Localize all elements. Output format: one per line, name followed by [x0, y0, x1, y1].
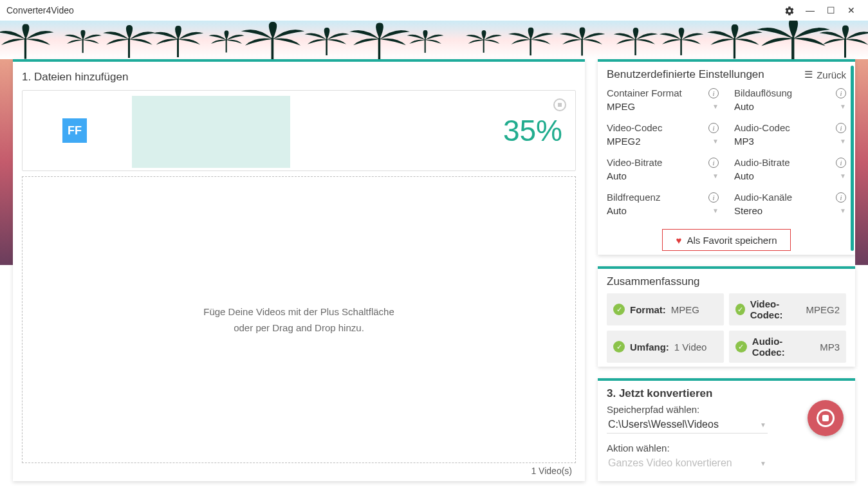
info-icon[interactable]: i	[708, 192, 719, 203]
summary-value: MP3	[820, 342, 840, 352]
setting-right-1: Audio-CodeciMP3▼	[734, 121, 846, 153]
summary-item-3: ✓Audio-Codec: MP3	[729, 331, 846, 363]
svg-rect-4	[226, 39, 227, 53]
video-count: 1 Video(s)	[22, 463, 576, 477]
svg-rect-6	[326, 39, 328, 55]
svg-rect-8	[425, 39, 426, 53]
summary-item-1: ✓Video-Codec: MPEG2	[729, 293, 846, 325]
settings-scrollbar[interactable]	[851, 66, 854, 251]
setting-left-3: BildfrequenziAuto▼	[607, 190, 719, 223]
check-icon: ✓	[735, 304, 745, 315]
gear-icon[interactable]	[779, 5, 800, 15]
content: 1. Dateien hinzufügen FF 35% Füge Deine …	[0, 59, 868, 494]
chevron-down-icon: ▼	[840, 207, 846, 214]
maximize-button[interactable]: ☐	[820, 5, 841, 15]
setting-dropdown[interactable]: MPEG2▼	[607, 134, 719, 153]
setting-label: Audio-Codeci	[734, 121, 846, 134]
setting-label: Audio-Kanälei	[734, 190, 846, 204]
setting-left-1: Video-CodeciMPEG2▼	[607, 121, 719, 153]
svg-rect-2	[128, 38, 130, 58]
setting-label: Bildauflösungi	[734, 86, 846, 100]
drop-zone[interactable]: Füge Deine Videos mit der Plus Schaltflä…	[22, 176, 576, 463]
svg-rect-15	[791, 37, 794, 59]
setting-left-0: Container FormatiMPEG▼	[607, 86, 719, 118]
setting-right-2: Audio-BitrateiAuto▼	[734, 156, 846, 188]
svg-rect-11	[581, 39, 583, 56]
chevron-down-icon: ▼	[712, 172, 719, 179]
close-button[interactable]: ✕	[841, 5, 862, 15]
svg-rect-7	[378, 38, 381, 59]
info-icon[interactable]: i	[836, 123, 846, 133]
setting-dropdown[interactable]: Auto▼	[607, 169, 719, 188]
svg-rect-16	[844, 38, 846, 57]
svg-rect-3	[177, 39, 179, 57]
info-icon[interactable]: i	[836, 192, 846, 203]
summary-label: Video-Codec:	[750, 298, 801, 320]
setting-dropdown[interactable]: Auto▼	[734, 169, 846, 188]
info-icon[interactable]: i	[708, 88, 719, 98]
svg-rect-5	[271, 37, 273, 59]
back-label: Zurück	[817, 69, 846, 80]
chevron-down-icon: ▼	[840, 138, 846, 145]
path-select[interactable]: C:\Users\Wessel\Videos ▼	[607, 415, 768, 434]
banner: // deferred: palms drawn via CSS/SVG bel…	[0, 21, 868, 59]
back-button[interactable]: ☰ Zurück	[804, 69, 846, 80]
summary-item-0: ✓Format: MPEG	[607, 293, 724, 325]
action-select[interactable]: Ganzes Video konvertieren ▼	[607, 453, 768, 471]
svg-rect-14	[734, 38, 735, 59]
path-value: C:\Users\Wessel\Videos	[608, 419, 719, 430]
chevron-down-icon: ▼	[760, 460, 766, 467]
summary-label: Umfang:	[630, 342, 669, 352]
chevron-down-icon: ▼	[712, 207, 719, 214]
chevron-down-icon: ▼	[760, 421, 766, 428]
save-favorite-button[interactable]: ♥ Als Favorit speichern	[662, 229, 791, 251]
minimize-button[interactable]: —	[800, 5, 820, 15]
palm-icon	[400, 30, 450, 53]
convert-title: 3. Jetzt konvertieren	[607, 387, 846, 400]
files-panel-title: 1. Dateien hinzufügen	[22, 71, 576, 84]
check-icon: ✓	[613, 304, 625, 315]
stop-icon[interactable]	[553, 98, 566, 111]
summary-title: Zusammenfassung	[607, 275, 846, 288]
info-icon[interactable]: i	[708, 123, 719, 133]
file-row[interactable]: FF 35%	[22, 90, 576, 171]
summary-item-2: ✓Umfang: 1 Video	[607, 331, 724, 363]
setting-label: Container Formati	[607, 86, 719, 100]
setting-label: Video-Codeci	[607, 121, 719, 134]
summary-panel: Zusammenfassung ✓Format: MPEG✓Video-Code…	[598, 266, 855, 367]
info-icon[interactable]: i	[836, 88, 846, 98]
setting-label: Bildfrequenzi	[607, 190, 719, 204]
save-favorite-label: Als Favorit speichern	[687, 235, 777, 246]
setting-dropdown[interactable]: Auto▼	[607, 204, 719, 223]
check-icon: ✓	[613, 341, 625, 352]
info-icon[interactable]: i	[708, 158, 719, 168]
setting-right-0: BildauflösungiAuto▼	[734, 86, 846, 118]
action-label: Aktion wählen:	[607, 443, 846, 453]
svg-rect-12	[634, 39, 636, 55]
chevron-down-icon: ▼	[712, 103, 719, 110]
setting-dropdown[interactable]: MPEG▼	[607, 100, 719, 118]
svg-rect-13	[680, 39, 682, 55]
summary-value: MPEG	[671, 304, 699, 315]
svg-rect-9	[483, 39, 485, 53]
heart-icon: ♥	[676, 235, 682, 246]
drop-hint-line2: oder per Drag and Drop hinzu.	[234, 322, 364, 333]
info-icon[interactable]: i	[836, 158, 846, 168]
record-stop-icon	[817, 409, 835, 427]
palm-icon	[810, 25, 868, 58]
summary-value: MPEG2	[806, 304, 840, 315]
file-format-icon: FF	[62, 118, 87, 143]
record-stop-button[interactable]	[808, 400, 844, 436]
menu-icon: ☰	[804, 69, 813, 80]
titlebar: Converter4Video — ☐ ✕	[0, 0, 868, 21]
setting-label: Video-Bitratei	[607, 156, 719, 169]
action-value: Ganzes Video konvertieren	[608, 457, 732, 469]
summary-label: Format:	[630, 304, 666, 315]
setting-right-3: Audio-KanäleiStereo▼	[734, 190, 846, 223]
setting-dropdown[interactable]: MP3▼	[734, 134, 846, 153]
progress-percent: 35%	[503, 113, 562, 148]
check-icon: ✓	[735, 341, 747, 352]
setting-dropdown[interactable]: Auto▼	[734, 100, 846, 118]
setting-dropdown[interactable]: Stereo▼	[734, 204, 846, 223]
chevron-down-icon: ▼	[712, 138, 719, 145]
